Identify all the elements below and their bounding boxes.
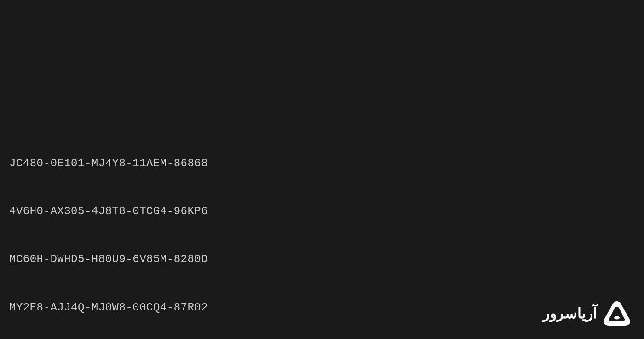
watermark-logo: آریاسرور [543,300,631,326]
license-key-line-1: JC480-0E101-MJ4Y8-11AEM-86868 [9,156,208,172]
license-key-line-2: 4V6H0-AX305-4J8T8-0TCG4-96KP6 [9,204,208,220]
license-key-line-4: MY2E8-AJJ4Q-MJ0W8-00CQ4-87R02 [9,300,208,316]
svg-point-0 [614,316,620,320]
license-key-line-3: MC60H-DWHD5-H80U9-6V85M-8280D [9,251,208,268]
triangle-logo-icon [603,300,631,326]
watermark-brand-text: آریاسرور [543,304,597,322]
license-keys-block: JC480-0E101-MJ4Y8-11AEM-86868 4V6H0-AX30… [9,123,208,339]
